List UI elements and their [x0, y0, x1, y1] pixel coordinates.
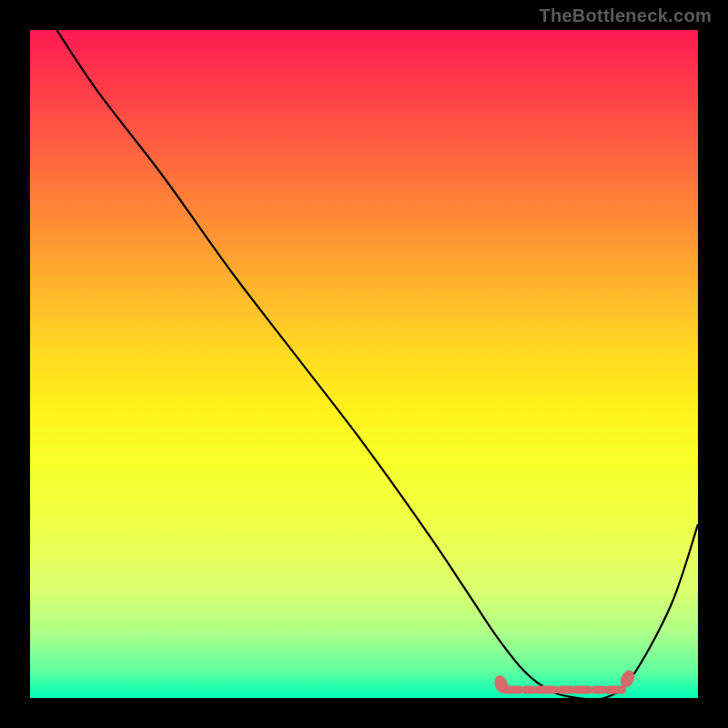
curve-svg	[30, 30, 698, 698]
watermark-label: TheBottleneck.com	[539, 5, 712, 26]
highlight-marker-band	[492, 668, 637, 695]
chart-plot-area	[30, 30, 698, 698]
bottleneck-curve-line	[56, 30, 698, 700]
